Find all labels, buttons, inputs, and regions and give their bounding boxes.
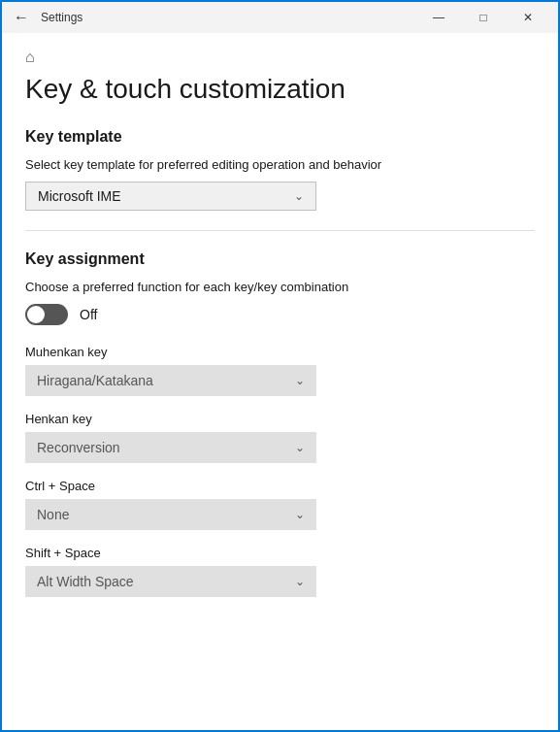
shift-space-arrow: ⌄ [295, 575, 305, 588]
henkan-dropdown[interactable]: Reconversion ⌄ [25, 432, 316, 463]
toggle-knob [27, 306, 45, 323]
shift-space-dropdown[interactable]: Alt Width Space ⌄ [25, 566, 316, 597]
key-assignment-section: Key assignment Choose a preferred functi… [25, 250, 535, 597]
henkan-arrow: ⌄ [295, 441, 305, 454]
maximize-button[interactable]: □ [461, 2, 506, 33]
toggle-label: Off [80, 307, 97, 322]
key-assignment-toggle[interactable] [25, 304, 68, 325]
title-bar: ← Settings — □ ✕ [2, 2, 558, 33]
muhenkan-label: Muhenkan key [25, 345, 535, 359]
ctrl-space-dropdown[interactable]: None ⌄ [25, 499, 316, 530]
key-template-section: Key template Select key template for pre… [25, 128, 535, 211]
key-template-title: Key template [25, 128, 535, 146]
shift-space-label: Shift + Space [25, 546, 535, 560]
shift-space-field-group: Shift + Space Alt Width Space ⌄ [25, 546, 535, 597]
muhenkan-field-group: Muhenkan key Hiragana/Katakana ⌄ [25, 345, 535, 396]
back-button[interactable]: ← [10, 7, 33, 28]
henkan-label: Henkan key [25, 412, 535, 426]
muhenkan-arrow: ⌄ [295, 374, 305, 387]
page-content: ⌂ Key & touch customization Key template… [2, 33, 558, 730]
section-divider [25, 230, 535, 231]
settings-window: ← Settings — □ ✕ ⌂ Key & touch customiza… [0, 0, 560, 732]
key-template-dropdown[interactable]: Microsoft IME ⌄ [25, 182, 316, 211]
window-title: Settings [41, 11, 82, 24]
ctrl-space-label: Ctrl + Space [25, 479, 535, 493]
ctrl-space-field-group: Ctrl + Space None ⌄ [25, 479, 535, 530]
title-bar-left: ← Settings [10, 7, 82, 28]
key-template-dropdown-value: Microsoft IME [38, 188, 121, 204]
minimize-button[interactable]: — [416, 2, 461, 33]
shift-space-value: Alt Width Space [37, 574, 134, 589]
muhenkan-dropdown[interactable]: Hiragana/Katakana ⌄ [25, 365, 316, 396]
key-assignment-description: Choose a preferred function for each key… [25, 280, 535, 294]
close-button[interactable]: ✕ [506, 2, 550, 33]
key-template-dropdown-arrow: ⌄ [294, 189, 304, 203]
key-template-description: Select key template for preferred editin… [25, 157, 535, 172]
ctrl-space-arrow: ⌄ [295, 508, 305, 521]
ctrl-space-value: None [37, 507, 69, 522]
henkan-field-group: Henkan key Reconversion ⌄ [25, 412, 535, 463]
toggle-row: Off [25, 304, 535, 325]
page-title: Key & touch customization [25, 74, 535, 105]
henkan-value: Reconversion [37, 440, 120, 455]
home-icon[interactable]: ⌂ [25, 49, 35, 66]
muhenkan-value: Hiragana/Katakana [37, 373, 153, 388]
title-bar-controls: — □ ✕ [416, 2, 550, 33]
breadcrumb: ⌂ [25, 33, 535, 74]
key-assignment-title: Key assignment [25, 250, 535, 268]
